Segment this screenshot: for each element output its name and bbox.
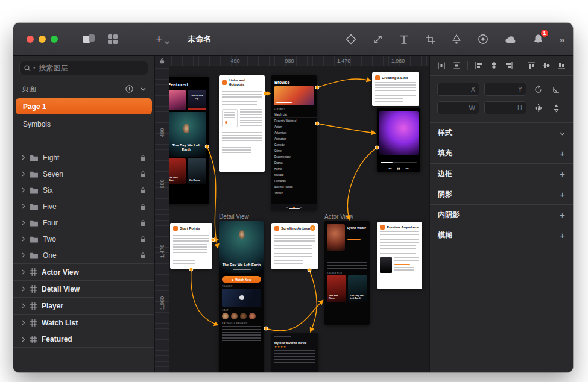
x-field-unit: X [471, 86, 475, 93]
group-row-actor-view[interactable]: Actor View [13, 263, 154, 280]
x-position-field[interactable]: X [437, 83, 479, 96]
crop-tool-icon[interactable] [425, 34, 435, 45]
notifications-bell-icon[interactable]: 1 [533, 34, 543, 45]
borders-section-header[interactable]: 边框 + [430, 163, 573, 184]
page-item-symbols[interactable]: Symbols [16, 116, 152, 132]
artboard-featured[interactable]: Featured Don't Look Up The Day We Left E… [164, 77, 209, 204]
add-shadow-button[interactable]: + [560, 189, 565, 199]
canvas[interactable]: Featured Don't Look Up The Day We Left E… [155, 56, 429, 372]
artboard-link-preview-phone[interactable]: ◂◂▮▮▸▸ [377, 108, 420, 172]
lock-icon[interactable] [140, 171, 146, 178]
align-middle-icon[interactable] [542, 61, 551, 70]
add-border-button[interactable]: + [560, 169, 565, 179]
transform-icon[interactable] [549, 85, 563, 94]
chevron-right-icon[interactable] [22, 320, 25, 325]
chevron-right-icon[interactable] [22, 286, 25, 292]
insert-button[interactable]: + [156, 34, 169, 44]
vector-tool-icon[interactable] [452, 34, 461, 45]
chevron-right-icon[interactable] [22, 187, 25, 193]
lock-icon[interactable] [140, 236, 146, 243]
distribute-vertical-icon[interactable] [452, 61, 461, 70]
inner-shadows-section-header[interactable]: 内阴影 + [430, 204, 573, 225]
align-bottom-icon[interactable] [557, 61, 566, 70]
page-item-page1[interactable]: Page 1 [16, 98, 152, 114]
group-row-player[interactable]: Player [13, 297, 154, 314]
tutorial-card-start-points[interactable]: Start Points [170, 223, 212, 269]
scale-tool-icon[interactable] [373, 34, 383, 45]
align-right-icon[interactable] [505, 61, 513, 70]
artboard-label-actor-view[interactable]: Actor View [324, 213, 353, 220]
text-tool-icon[interactable] [399, 34, 409, 45]
tutorial-card-preview-anywhere[interactable]: Preview Anywhere [377, 222, 422, 289]
style-section-header[interactable]: 样式 [430, 122, 573, 143]
layer-row-six[interactable]: Six [13, 182, 154, 198]
add-inner-shadow-button[interactable]: + [560, 210, 565, 220]
fills-section-header[interactable]: 填充 + [430, 143, 573, 163]
artboard-detail-view[interactable]: The Day We Left Earth ▶ Watch Now TRAILE… [219, 221, 264, 372]
group-row-detail-view[interactable]: Detail View [13, 280, 154, 297]
tutorial-card-scrolling-artboards[interactable]: Scrolling Artboards ‹ [271, 223, 318, 269]
color-tool-icon[interactable] [478, 34, 488, 45]
body-text-lines [222, 89, 262, 99]
chevron-right-icon[interactable] [22, 337, 25, 342]
layer-row-two[interactable]: Two [13, 231, 154, 247]
align-top-icon[interactable] [527, 61, 536, 70]
layer-row-four[interactable]: Four [13, 214, 154, 231]
pages-collapse-chevron-icon[interactable] [141, 87, 146, 91]
chevron-right-icon[interactable] [22, 303, 25, 308]
lock-icon[interactable] [140, 252, 146, 259]
y-position-field[interactable]: Y [484, 83, 526, 96]
chevron-right-icon[interactable] [22, 269, 25, 275]
artboard-label-detail-view[interactable]: Detail View [219, 213, 249, 220]
grid-view-toggle-icon[interactable] [107, 34, 118, 45]
distribute-horizontal-icon[interactable] [437, 61, 446, 70]
flip-horizontal-icon[interactable] [531, 104, 545, 113]
layer-row-seven[interactable]: Seven [13, 166, 154, 182]
lock-icon[interactable] [140, 203, 146, 210]
pages-header: 页面 [13, 79, 154, 98]
rotate-icon[interactable] [531, 85, 545, 94]
search-scope-chevron-icon[interactable]: ▾ [33, 66, 36, 70]
zoom-button[interactable] [51, 36, 58, 43]
poster-title: Don't Look Up [189, 95, 205, 100]
search-input[interactable]: ▾ 搜索图层 [19, 61, 148, 75]
chevron-right-icon[interactable] [22, 155, 25, 160]
canvas-view-toggle-icon[interactable] [82, 34, 95, 45]
blur-section-header[interactable]: 模糊 + [430, 225, 573, 245]
minimize-button[interactable] [39, 36, 46, 43]
lock-icon[interactable] [140, 187, 146, 194]
toolbar-overflow-button[interactable]: » [560, 34, 564, 45]
shadows-section-header[interactable]: 阴影 + [430, 184, 573, 204]
tutorial-card-creating-a-link[interactable]: Creating a Link [372, 72, 419, 106]
artboard-review-fragment[interactable]: My new favorite movie ★★★★ [271, 333, 318, 372]
ruler-lock[interactable] [155, 56, 169, 66]
chevron-right-icon[interactable] [22, 252, 25, 258]
chevron-right-icon[interactable] [22, 220, 25, 225]
chevron-right-icon[interactable] [22, 236, 25, 242]
group-label: Player [42, 302, 146, 310]
layer-row-eight[interactable]: Eight [13, 149, 154, 166]
add-fill-button[interactable]: + [560, 148, 565, 158]
add-blur-button[interactable]: + [560, 230, 565, 240]
chevron-right-icon[interactable] [22, 171, 25, 177]
close-button[interactable] [27, 36, 34, 43]
chevron-right-icon[interactable] [22, 204, 25, 209]
symbol-tool-icon[interactable] [346, 34, 356, 45]
add-page-icon[interactable] [125, 85, 133, 93]
artboard-browse[interactable]: Browse LIBRARY Watch List Recently Watch… [271, 75, 317, 210]
align-left-icon[interactable] [475, 61, 483, 70]
group-row-featured[interactable]: Featured [13, 331, 154, 348]
align-center-horizontal-icon[interactable] [490, 61, 498, 70]
group-row-watch-list[interactable]: Watch List [13, 314, 154, 331]
artboard-actor-view[interactable]: Lynne Walter KNOWN FOR The Red River The… [324, 221, 370, 325]
layer-row-five[interactable]: Five [13, 198, 154, 214]
flip-vertical-icon[interactable] [549, 104, 563, 113]
lock-icon[interactable] [140, 219, 146, 227]
tutorial-card-links-and-hotspots[interactable]: Links and Hotspots [219, 75, 265, 172]
width-field[interactable]: W [437, 101, 479, 114]
height-field[interactable]: H [484, 101, 526, 114]
cloud-icon[interactable] [505, 35, 517, 44]
layer-row-one[interactable]: One [13, 247, 154, 263]
layer-label: Six [43, 186, 136, 195]
lock-icon[interactable] [140, 154, 146, 161]
